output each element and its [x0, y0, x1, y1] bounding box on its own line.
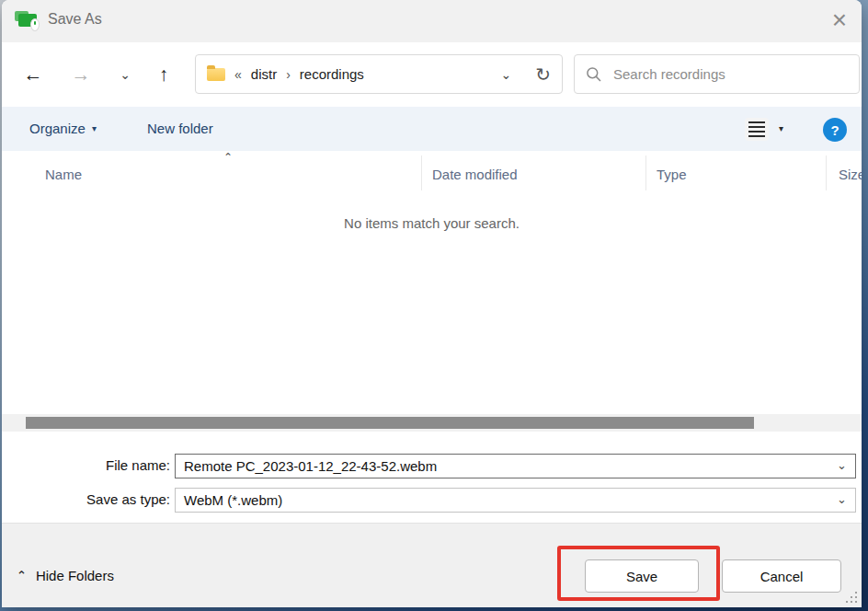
column-header-size[interactable]: Size — [839, 151, 862, 193]
column-divider[interactable] — [421, 156, 422, 190]
help-icon[interactable]: ? — [823, 118, 847, 142]
save-as-type-label: Save as type: — [39, 491, 170, 507]
resize-grip[interactable] — [844, 590, 859, 605]
title-bar: Save As × — [2, 0, 862, 42]
empty-results-message: No items match your search. — [2, 215, 862, 231]
column-divider[interactable] — [645, 156, 646, 190]
organize-button[interactable]: Organize▾ — [29, 107, 97, 151]
folder-icon — [207, 68, 225, 81]
cancel-button[interactable]: Cancel — [722, 559, 841, 593]
file-fields-section: File name: ⌄ Save as type: WebM (*.webm)… — [2, 432, 862, 523]
search-icon — [586, 66, 602, 83]
horizontal-scrollbar[interactable] — [2, 414, 862, 432]
dialog-footer: ⌃ Hide Folders Save Cancel — [2, 523, 862, 607]
file-name-input[interactable] — [175, 454, 856, 478]
breadcrumb-separator-icon: › — [286, 67, 291, 82]
column-header-type[interactable]: Type — [657, 151, 687, 193]
view-mode-button[interactable] — [745, 118, 769, 141]
file-name-dropdown-icon[interactable]: ⌄ — [837, 458, 847, 472]
recent-locations-chevron-icon[interactable]: ⌄ — [112, 42, 138, 107]
address-bar[interactable]: « distr › recordings ⌄ ↻ — [195, 54, 563, 94]
organize-caret-icon: ▾ — [92, 123, 97, 133]
close-icon[interactable]: × — [832, 5, 847, 36]
column-header-row: ⌃ Name Date modified Type Size — [2, 151, 862, 193]
remote-pc-app-icon — [15, 11, 40, 31]
search-box[interactable] — [574, 54, 860, 94]
hide-folders-chevron-icon: ⌃ — [17, 570, 27, 582]
refresh-icon[interactable]: ↻ — [535, 63, 551, 86]
new-folder-button[interactable]: New folder — [147, 107, 213, 151]
save-as-type-dropdown-icon[interactable]: ⌄ — [837, 492, 847, 506]
back-icon[interactable]: ← — [20, 42, 46, 107]
address-dropdown-icon[interactable]: ⌄ — [501, 67, 512, 82]
column-divider[interactable] — [826, 156, 827, 190]
navigation-bar: ← → ⌄ ↑ « distr › recordings ⌄ ↻ — [2, 42, 862, 107]
breadcrumb-segment-recordings[interactable]: recordings — [300, 66, 364, 82]
save-as-type-select[interactable]: WebM (*.webm) — [175, 488, 856, 513]
hide-folders-button[interactable]: ⌃ Hide Folders — [17, 568, 114, 583]
horizontal-scrollbar-thumb[interactable] — [26, 417, 754, 429]
view-mode-caret-icon[interactable]: ▾ — [779, 107, 783, 151]
breadcrumb-collapsed-icon[interactable]: « — [234, 67, 242, 82]
up-icon[interactable]: ↑ — [151, 42, 177, 107]
window-title: Save As — [48, 11, 102, 28]
save-as-dialog: Save As × ← → ⌄ ↑ « distr › recordings ⌄… — [2, 0, 862, 607]
breadcrumb-segment-distr[interactable]: distr — [251, 66, 277, 82]
save-button[interactable]: Save — [585, 559, 699, 593]
forward-icon: → — [68, 42, 94, 107]
file-list-area: No items match your search. — [2, 193, 862, 414]
sort-ascending-icon: ⌃ — [223, 152, 233, 163]
column-header-name[interactable]: Name — [45, 151, 82, 193]
column-header-date-modified[interactable]: Date modified — [432, 151, 518, 193]
search-input[interactable] — [613, 66, 848, 82]
file-name-label: File name: — [39, 457, 170, 473]
command-toolbar: Organize▾ New folder ▾ ? — [2, 107, 862, 151]
list-view-icon — [748, 121, 765, 137]
